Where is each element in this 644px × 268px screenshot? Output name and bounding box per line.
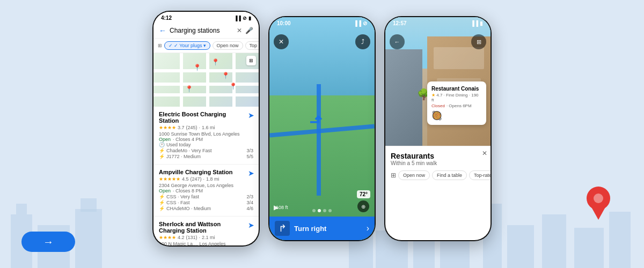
filter-top-rated-label: Top rated bbox=[250, 43, 259, 48]
restaurant-rating-val: 4.7 bbox=[436, 93, 442, 98]
aerial-map[interactable]: ↰ 10:00 ▐▐ ⊘ ✕ ⤴ bbox=[269, 17, 375, 240]
map-pin-1[interactable]: 📍 bbox=[193, 64, 201, 71]
aerial-close-btn[interactable]: ✕ bbox=[274, 34, 289, 49]
navigation-overlay: ↱ Turn right › bbox=[269, 217, 375, 240]
filter-top-rated[interactable]: Top rated bbox=[245, 41, 259, 50]
map-layers-icon[interactable]: ⊞ bbox=[246, 56, 256, 65]
phone-1-status-icons: ▐▐ ⊘ ▮ bbox=[234, 16, 251, 21]
wifi-icon: ⊘ bbox=[243, 16, 247, 21]
dot-2 bbox=[318, 209, 321, 212]
check-icon: ✓ bbox=[169, 43, 173, 48]
search-icons: ✕ 🎤 bbox=[237, 27, 253, 34]
clock-icon: 🕐 bbox=[159, 142, 165, 147]
svg-rect-11 bbox=[542, 214, 566, 268]
restaurant-status-row: Closed · Opens 6PM bbox=[431, 103, 482, 108]
turn-arrow: ↰ bbox=[306, 114, 324, 126]
listing-1[interactable]: ➤ Electric Boost Charging Station ★★★★ 3… bbox=[153, 107, 259, 165]
phone-1-time: 4:12 bbox=[161, 15, 172, 21]
street-gallery-icon: ⊞ bbox=[477, 39, 481, 46]
listing-2-address: 2304 George Avenue, Los Angeles bbox=[159, 183, 253, 188]
street-back-btn[interactable]: ← bbox=[390, 34, 405, 49]
listing-1-charger-2: ⚡ J1772 · Medium 5/5 bbox=[159, 154, 253, 159]
aerial-close-icon: ✕ bbox=[279, 38, 284, 46]
charger-count-3: 2/3 bbox=[246, 194, 253, 199]
bottom-panel-subtitle: Within a 5 min walk bbox=[391, 160, 485, 166]
phone-2-screen: ↰ 10:00 ▐▐ ⊘ ✕ ⤴ bbox=[269, 17, 375, 240]
listing-2-nav-icon[interactable]: ➤ bbox=[248, 169, 254, 177]
map-pin-3[interactable]: 📍 bbox=[222, 72, 230, 79]
phone-3-status-icons: ▐▐ ▮ bbox=[471, 20, 483, 26]
filter-open-now[interactable]: Open now bbox=[213, 41, 243, 50]
phone-1-screen: 4:12 ▐▐ ⊘ ▮ ← Charging stations ✕ 🎤 ⊞ bbox=[153, 12, 259, 245]
back-arrow-icon[interactable]: ← bbox=[159, 26, 166, 35]
nav-next-icon[interactable]: › bbox=[367, 224, 369, 233]
map-area[interactable]: 📍 📍 📍 📍 📍 ⊞ bbox=[153, 53, 259, 107]
filter-open-now-label: Open now bbox=[217, 43, 239, 48]
listing-3[interactable]: ➤ Sherlock and Wattson Charging Station … bbox=[153, 217, 259, 245]
listing-2-dist-val: 1.8 mi bbox=[206, 176, 219, 182]
bottom-filter-find-table[interactable]: Find a table bbox=[432, 170, 467, 180]
phone-3-battery: ▮ bbox=[480, 20, 483, 26]
blue-arrow[interactable]: → bbox=[21, 232, 75, 252]
phone-3-screen: 🌳 12:57 ▐▐ ▮ ← ⊞ bbox=[385, 17, 491, 240]
street-photo[interactable]: 🌳 12:57 ▐▐ ▮ ← ⊞ bbox=[385, 17, 491, 146]
listing-2-close-time: · Closes 8 PM bbox=[173, 188, 203, 193]
search-text: Charging stations bbox=[170, 27, 233, 34]
listing-2-status: Open · Closes 8 PM bbox=[159, 188, 253, 193]
listing-2[interactable]: ➤ Ampville Charging Station ★★★★★ 4.5 (2… bbox=[153, 165, 259, 217]
dot-1 bbox=[312, 209, 316, 212]
bolt-1: ⚡ bbox=[159, 148, 165, 153]
clear-icon[interactable]: ✕ bbox=[237, 27, 242, 34]
phone-2-signal: ▐▐ bbox=[354, 20, 361, 26]
street-gallery-btn[interactable]: ⊞ bbox=[471, 34, 486, 49]
charger-type-4: CSS · Fast bbox=[166, 200, 190, 205]
map-pin-5[interactable]: 📍 bbox=[185, 85, 193, 93]
dot-4 bbox=[328, 209, 332, 212]
listing-3-nav-icon[interactable]: ➤ bbox=[248, 221, 254, 229]
phone-2: ↰ 10:00 ▐▐ ⊘ ✕ ⤴ bbox=[268, 16, 376, 241]
aerial-share-icon: ⤴ bbox=[361, 38, 364, 46]
bottom-panel: Restaurants Within a 5 min walk ✕ ⊞ Open… bbox=[385, 146, 491, 185]
restaurant-card-details: ★ 4.7 · Fine Dining · 190 ft bbox=[431, 93, 482, 102]
aerial-top-controls: ✕ ⤴ bbox=[269, 30, 375, 54]
bolt-3: ⚡ bbox=[159, 194, 165, 199]
restaurant-card-name: Restaurant Conais bbox=[431, 86, 482, 92]
phone-2-wifi: ⊘ bbox=[363, 20, 367, 26]
phone-1-status-bar: 4:12 ▐▐ ⊘ ▮ bbox=[153, 12, 259, 23]
mic-icon[interactable]: 🎤 bbox=[245, 27, 253, 34]
search-bar[interactable]: ← Charging stations ✕ 🎤 bbox=[153, 23, 259, 39]
signal-icon: ▐▐ bbox=[234, 16, 241, 21]
charger-count-5: 4/6 bbox=[246, 206, 253, 211]
listing-2-rating: ★★★★★ 4.5 (247) · 1.8 mi bbox=[159, 176, 253, 182]
listing-2-charger-1: ⚡ CSS · Very fast 2/3 bbox=[159, 194, 253, 199]
bottom-filter-top-rated[interactable]: Top-rated bbox=[469, 170, 491, 180]
listing-3-stars: ★★★★ bbox=[159, 235, 176, 240]
aerial-temperature: 72° bbox=[357, 190, 370, 198]
listing-1-nav-icon[interactable]: ➤ bbox=[248, 111, 254, 120]
listing-1-address: 1000 Sunrise Town Blvd, Los Angeles bbox=[159, 131, 253, 137]
dropdown-icon: ▾ bbox=[203, 43, 206, 48]
map-pin-4[interactable]: 📍 bbox=[229, 83, 237, 90]
filter-options-icon[interactable]: ⊞ bbox=[158, 43, 162, 48]
aerial-share-btn[interactable]: ⤴ bbox=[355, 34, 370, 49]
play-icon[interactable]: ▶ bbox=[274, 204, 279, 211]
bottom-filter-open-now[interactable]: Open now bbox=[398, 170, 430, 180]
listing-1-used-today: 🕐 Used today bbox=[159, 142, 253, 147]
restaurant-popup-card[interactable]: Restaurant Conais ★ 4.7 · Fine Dining · … bbox=[427, 81, 486, 125]
dot-3 bbox=[323, 209, 326, 212]
charger-type-5: CHAdeMO · Medium bbox=[166, 206, 211, 211]
filter-icon[interactable]: ⊞ bbox=[391, 172, 396, 179]
listing-1-rating-val: 3.7 bbox=[178, 125, 185, 130]
bottom-close-btn[interactable]: ✕ bbox=[482, 150, 487, 157]
svg-rect-1 bbox=[16, 204, 27, 214]
road-path-v bbox=[317, 84, 321, 196]
charger-count-2: 5/5 bbox=[246, 154, 253, 159]
svg-rect-10 bbox=[507, 225, 534, 268]
charger-count-1: 3/3 bbox=[246, 148, 253, 153]
filter-your-plugs[interactable]: ✓ ✓ Your plugs ▾ bbox=[164, 41, 210, 50]
phone-3: 🌳 12:57 ▐▐ ▮ ← ⊞ bbox=[384, 16, 492, 241]
listing-2-rating-val: 4.5 bbox=[182, 176, 189, 182]
map-pin-2[interactable]: 📍 bbox=[211, 58, 219, 66]
filter-your-plugs-label: ✓ Your plugs bbox=[174, 43, 202, 48]
svg-rect-3 bbox=[75, 209, 102, 268]
